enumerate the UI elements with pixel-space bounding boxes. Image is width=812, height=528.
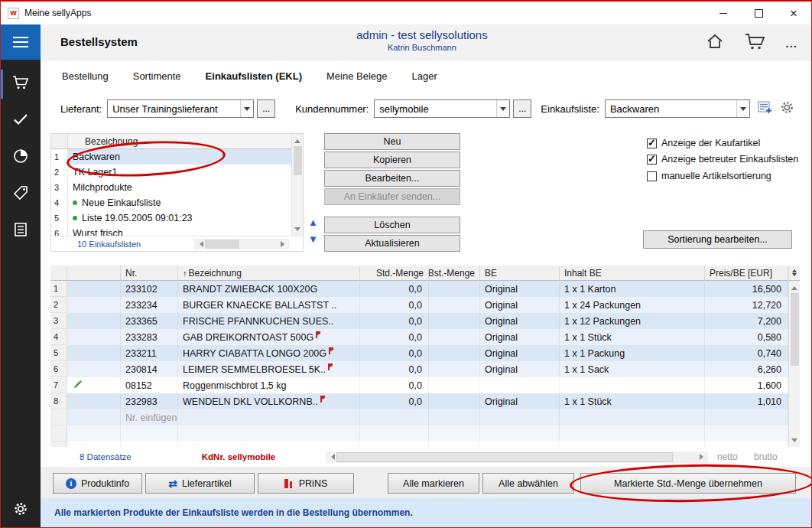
bearbeiten-button[interactable]: Bearbeiten... bbox=[324, 170, 460, 187]
brutto-label[interactable]: brutto bbox=[754, 451, 778, 462]
sort-toggle-icon[interactable] bbox=[789, 266, 801, 281]
tab-einkaufslisten[interactable]: Einkaufslisten (EKL) bbox=[206, 70, 302, 82]
table-row[interactable]: 2 233234 BURGER KNAECKE BALLASTST .. 0,0… bbox=[50, 297, 788, 313]
cell-std[interactable]: 0,0 bbox=[360, 345, 429, 361]
table-horizontal-scrollbar[interactable] bbox=[326, 451, 708, 463]
checkbox-kaufartikel[interactable]: Anzeige der Kaufartikel bbox=[647, 135, 760, 151]
sortierung-bearbeiten-button[interactable]: Sortierung bearbeiten... bbox=[643, 230, 792, 249]
dropdown-arrow-icon[interactable] bbox=[736, 100, 749, 117]
column-be[interactable]: BE bbox=[480, 266, 560, 281]
table-row[interactable]: 5 233211 HARRY CIABATTA LONGO 200G 0,0 O… bbox=[50, 345, 788, 361]
minimize-icon[interactable] bbox=[706, 2, 741, 24]
column-preis-be[interactable]: Preis/BE [EUR] bbox=[705, 266, 788, 281]
table-row[interactable]: 1 233102 BRANDT ZWIEBACK 100X20G 0,0 Ori… bbox=[50, 281, 788, 297]
netto-label[interactable]: netto bbox=[717, 451, 738, 462]
column-bezeichnung[interactable]: ↑Bezeichnung bbox=[178, 266, 360, 281]
list-item-neue-einkaufsliste[interactable]: 4 Neue Einkaufsliste bbox=[51, 195, 291, 210]
lieferant-browse-button[interactable]: ... bbox=[257, 99, 275, 118]
scroll-right-icon[interactable] bbox=[278, 239, 289, 249]
list-item-milchprodukte[interactable]: 3 Milchprodukte bbox=[51, 180, 291, 195]
table-row[interactable]: 4 233283 GAB DREIKORNTOAST 500G 0,0 Orig… bbox=[50, 329, 788, 345]
aktualisieren-button[interactable]: Aktualisieren bbox=[324, 235, 460, 252]
dropdown-arrow-icon[interactable] bbox=[240, 100, 253, 117]
list-item-tk-lager1[interactable]: 2 TK Lager1 bbox=[51, 165, 291, 180]
move-up-icon[interactable]: ▲ bbox=[308, 217, 318, 227]
sidebar-item-katalog[interactable] bbox=[1, 213, 41, 249]
cell-std[interactable]: 0,0 bbox=[360, 297, 429, 313]
cell-bst bbox=[429, 393, 480, 409]
sidebar-item-etiketten[interactable] bbox=[1, 176, 41, 213]
table-vertical-scrollbar[interactable] bbox=[788, 266, 800, 447]
more-menu-icon[interactable]: ... bbox=[785, 37, 797, 50]
table-row[interactable]: 7 08152 Roggenmischbrot 1,5 kg 0,0 1,600 bbox=[50, 377, 788, 393]
nr-einfuegen-placeholder[interactable]: Nr. einfügen bbox=[121, 409, 178, 425]
cell-std[interactable]: 0,0 bbox=[360, 393, 429, 409]
insert-row[interactable]: Nr. einfügen bbox=[50, 409, 788, 425]
hamburger-menu-icon[interactable] bbox=[1, 24, 41, 60]
prins-button[interactable]: PRiNS bbox=[258, 473, 354, 494]
cell-std[interactable]: 0,0 bbox=[360, 377, 429, 393]
scroll-left-icon[interactable] bbox=[194, 239, 205, 249]
checkbox-artikelsortierung[interactable]: manuelle Artikelsortierung bbox=[647, 168, 771, 184]
cell-std[interactable]: 0,0 bbox=[360, 361, 429, 377]
scroll-down-icon[interactable] bbox=[292, 225, 303, 236]
lieferartikel-button[interactable]: ⇄ Lieferartikel bbox=[145, 473, 255, 494]
sidebar-item-statistik[interactable] bbox=[1, 139, 41, 176]
scrollbar-thumb[interactable] bbox=[791, 293, 799, 366]
lieferant-combobox[interactable]: Unser Trainingslieferant bbox=[107, 99, 254, 118]
cell-std[interactable]: 0,0 bbox=[360, 281, 429, 297]
dropdown-arrow-icon[interactable] bbox=[496, 100, 509, 117]
home-icon[interactable] bbox=[706, 33, 724, 53]
scrollbar-thumb[interactable] bbox=[294, 146, 302, 175]
column-bst-menge[interactable]: Bst.-Menge bbox=[429, 266, 480, 281]
new-list-icon[interactable] bbox=[758, 101, 772, 117]
kopieren-button[interactable]: Kopieren bbox=[324, 152, 460, 168]
column-inhalt-be[interactable]: Inhalt BE bbox=[560, 266, 705, 281]
tab-lager[interactable]: Lager bbox=[412, 70, 437, 82]
list-vertical-scrollbar[interactable] bbox=[291, 134, 303, 236]
sidebar-item-bestellung[interactable] bbox=[1, 66, 41, 103]
cell-std[interactable]: 0,0 bbox=[360, 313, 429, 329]
header-cart-icon[interactable] bbox=[744, 32, 765, 54]
markierte-std-menge-uebernehmen-button[interactable]: Markierte Std.-Menge übernehmen bbox=[580, 473, 796, 494]
move-down-icon[interactable]: ▼ bbox=[308, 234, 318, 244]
sidebar-settings[interactable] bbox=[1, 501, 41, 520]
scrollbar-thumb[interactable] bbox=[205, 240, 239, 249]
table-row[interactable]: 8 232983 WENDELN DKL VOLLKORNB.. 0,0 Ori… bbox=[50, 393, 788, 409]
checkbox-icon[interactable] bbox=[647, 171, 657, 181]
list-item-wurst-frisch[interactable]: 6 Wurst frisch bbox=[51, 226, 291, 236]
maximize-icon[interactable] bbox=[741, 2, 776, 24]
checkbox-icon[interactable] bbox=[647, 155, 657, 165]
tab-sortimente[interactable]: Sortimente bbox=[133, 70, 181, 82]
table-row[interactable]: 3 233365 FRISCHE PFANNKUCHEN SUES.. 0,0 … bbox=[50, 313, 788, 329]
loeschen-button[interactable]: Löschen bbox=[324, 217, 460, 233]
neu-button[interactable]: Neu bbox=[324, 133, 460, 150]
checkbox-icon[interactable] bbox=[647, 139, 657, 148]
scroll-up-icon[interactable] bbox=[292, 134, 303, 145]
cell-std[interactable]: 0,0 bbox=[360, 329, 429, 345]
tab-bestellung[interactable]: Bestellung bbox=[62, 70, 109, 82]
scroll-up-icon[interactable] bbox=[789, 281, 800, 292]
tab-meine-belege[interactable]: Meine Belege bbox=[326, 70, 388, 82]
kundennummer-browse-button[interactable]: ... bbox=[513, 99, 531, 118]
column-nr[interactable]: Nr. bbox=[121, 266, 178, 281]
einkaufsliste-combobox[interactable]: Backwaren bbox=[605, 99, 750, 118]
scrollbar-thumb[interactable] bbox=[336, 452, 673, 462]
scroll-left-icon[interactable] bbox=[326, 451, 336, 462]
alle-abwaehlen-button[interactable]: Alle abwählen bbox=[482, 473, 574, 494]
list-column-bezeichnung[interactable]: Bezeichnung bbox=[68, 134, 291, 149]
scroll-right-icon[interactable] bbox=[697, 451, 708, 462]
settings-gear-icon[interactable] bbox=[780, 100, 794, 118]
close-icon[interactable] bbox=[776, 2, 811, 24]
table-row[interactable]: 6 230814 LEIMER SEMMELBROESEL 5K.. 0,0 O… bbox=[50, 361, 788, 377]
scroll-down-icon[interactable] bbox=[789, 436, 800, 447]
kundennummer-combobox[interactable]: sellymobile bbox=[374, 99, 510, 118]
column-std-menge[interactable]: Std.-Menge bbox=[360, 266, 429, 281]
list-horizontal-scrollbar[interactable] bbox=[194, 239, 289, 249]
produktinfo-button[interactable]: i Produktinfo bbox=[53, 473, 142, 494]
list-item-backwaren[interactable]: 1 Backwaren bbox=[51, 149, 291, 165]
checkbox-betreute-listen[interactable]: Anzeige betreuter Einkaufslisten bbox=[647, 152, 798, 167]
list-item-liste-19052005[interactable]: 5 Liste 19.05.2005 09:01:23 bbox=[51, 210, 291, 226]
sidebar-item-check[interactable] bbox=[1, 103, 41, 139]
alle-markieren-button[interactable]: Alle markieren bbox=[388, 473, 479, 494]
